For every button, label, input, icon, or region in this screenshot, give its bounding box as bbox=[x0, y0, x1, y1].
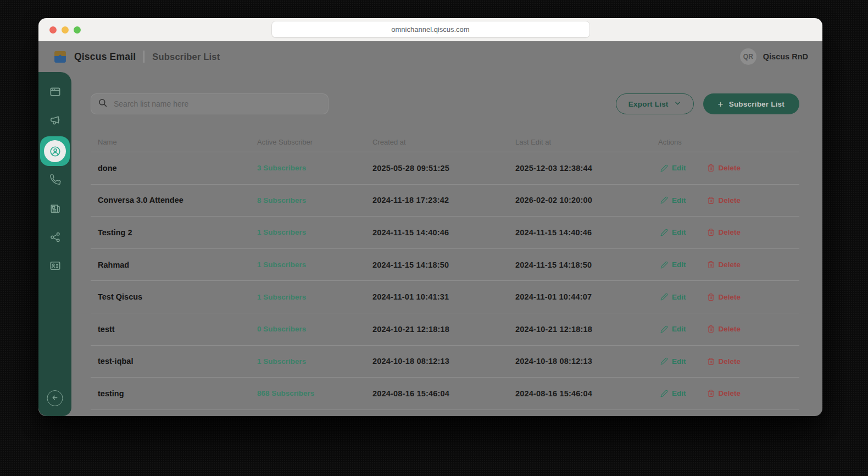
table-row: Testing 2 1 Subscribers 2024-11-15 14:40… bbox=[91, 217, 799, 249]
delete-button[interactable]: Delete bbox=[707, 261, 741, 269]
edit-button[interactable]: Edit bbox=[660, 228, 686, 236]
sidebar-item-dashboard[interactable] bbox=[40, 79, 70, 107]
trash-icon bbox=[707, 261, 715, 269]
edit-label: Edit bbox=[672, 357, 686, 366]
window-icon bbox=[49, 86, 62, 101]
pencil-icon bbox=[660, 325, 668, 333]
sidebar-collapse-button[interactable] bbox=[47, 390, 63, 406]
last-edit-at: 2024-11-15 14:40:46 bbox=[508, 228, 651, 237]
subscriber-count-link[interactable]: 0 Subscribers bbox=[250, 325, 365, 333]
row-actions: Edit Delete bbox=[651, 261, 799, 269]
edit-button[interactable]: Edit bbox=[660, 196, 686, 204]
edit-label: Edit bbox=[672, 228, 686, 236]
subscriber-count-link[interactable]: 868 Subscribers bbox=[250, 389, 365, 397]
minimize-window-button[interactable] bbox=[62, 26, 69, 34]
delete-button[interactable]: Delete bbox=[707, 196, 741, 204]
trash-icon bbox=[707, 164, 715, 172]
chevron-down-icon bbox=[674, 99, 681, 108]
sidebar-item-call[interactable] bbox=[40, 167, 70, 195]
table-row: Conversa 3.0 Attendee 8 Subscribers 2024… bbox=[91, 185, 799, 217]
sidebar-item-subscribers[interactable] bbox=[40, 136, 70, 166]
brand: Qiscus Email bbox=[53, 51, 136, 63]
edit-button[interactable]: Edit bbox=[660, 261, 686, 269]
row-actions: Edit Delete bbox=[651, 164, 799, 172]
traffic-lights bbox=[49, 26, 81, 34]
subscriber-count-link[interactable]: 1 Subscribers bbox=[250, 261, 365, 269]
search-icon bbox=[98, 98, 108, 110]
user-menu[interactable]: QR Qiscus RnD bbox=[740, 48, 808, 65]
list-name: Conversa 3.0 Attendee bbox=[91, 196, 250, 204]
column-header-active-subscriber: Active Subscriber bbox=[250, 138, 365, 146]
delete-button[interactable]: Delete bbox=[707, 228, 741, 236]
export-list-label: Export List bbox=[628, 100, 669, 108]
sidebar-item-integrations[interactable] bbox=[40, 224, 70, 252]
list-name: testt bbox=[91, 325, 250, 334]
edit-button[interactable]: Edit bbox=[660, 164, 686, 172]
search-box[interactable] bbox=[91, 93, 329, 114]
delete-button[interactable]: Delete bbox=[707, 389, 741, 397]
delete-label: Delete bbox=[719, 196, 741, 204]
subscriber-count-link[interactable]: 1 Subscribers bbox=[250, 228, 365, 236]
list-name: testing bbox=[91, 389, 250, 398]
trash-icon bbox=[707, 293, 715, 301]
phone-icon bbox=[49, 174, 61, 188]
delete-button[interactable]: Delete bbox=[707, 325, 741, 333]
subscriber-count-link[interactable]: 1 Subscribers bbox=[250, 293, 365, 301]
list-name: Rahmad bbox=[91, 261, 250, 269]
page-title: Subscriber List bbox=[152, 52, 220, 62]
delete-label: Delete bbox=[719, 228, 741, 236]
subscriber-count-link[interactable]: 1 Subscribers bbox=[250, 357, 365, 366]
address-bar[interactable]: omnichannel.qiscus.com bbox=[272, 21, 589, 37]
column-header-created-at: Created at bbox=[365, 138, 508, 146]
sidebar-item-contacts[interactable] bbox=[40, 252, 70, 281]
last-edit-at: 2024-11-15 14:18:50 bbox=[508, 261, 651, 269]
sidebar-item-news[interactable] bbox=[40, 195, 70, 224]
list-name: done bbox=[91, 164, 250, 173]
trash-icon bbox=[707, 357, 715, 366]
user-name: Qiscus RnD bbox=[763, 52, 808, 61]
toolbar: Export List + Subscriber List bbox=[91, 93, 799, 114]
arrow-left-circle-icon bbox=[52, 394, 59, 403]
edit-label: Edit bbox=[672, 389, 686, 397]
table-body: done 3 Subscribers 2025-05-28 09:51:25 2… bbox=[91, 152, 799, 410]
sidebar-item-broadcast[interactable] bbox=[40, 107, 70, 136]
megaphone-icon bbox=[49, 114, 62, 129]
delete-label: Delete bbox=[719, 164, 741, 172]
row-actions: Edit Delete bbox=[651, 293, 799, 301]
created-at: 2024-11-15 14:40:46 bbox=[365, 228, 508, 237]
edit-button[interactable]: Edit bbox=[660, 325, 686, 333]
app-root: Qiscus Email Subscriber List QR Qiscus R… bbox=[38, 41, 822, 416]
search-input[interactable] bbox=[113, 99, 321, 109]
subscriber-list-page: Export List + Subscriber List bbox=[71, 93, 822, 410]
title-divider bbox=[143, 51, 144, 63]
close-window-button[interactable] bbox=[49, 26, 57, 34]
add-subscriber-list-button[interactable]: + Subscriber List bbox=[703, 93, 799, 114]
delete-button[interactable]: Delete bbox=[707, 357, 741, 366]
subscriber-count-link[interactable]: 8 Subscribers bbox=[250, 196, 365, 204]
edit-button[interactable]: Edit bbox=[660, 389, 686, 397]
row-actions: Edit Delete bbox=[651, 228, 799, 236]
row-actions: Edit Delete bbox=[651, 196, 799, 204]
browser-window: omnichannel.qiscus.com Qiscus Email Subs… bbox=[38, 18, 822, 416]
table-row: testing 868 Subscribers 2024-08-16 15:46… bbox=[91, 378, 799, 410]
export-list-button[interactable]: Export List bbox=[616, 93, 694, 114]
edit-label: Edit bbox=[672, 196, 686, 204]
delete-label: Delete bbox=[719, 325, 741, 333]
trash-icon bbox=[707, 228, 715, 236]
table-row: Test Qiscus 1 Subscribers 2024-11-01 10:… bbox=[91, 281, 799, 313]
edit-label: Edit bbox=[672, 325, 686, 333]
delete-label: Delete bbox=[719, 293, 741, 301]
avatar: QR bbox=[740, 48, 756, 65]
created-at: 2025-05-28 09:51:25 bbox=[365, 164, 508, 173]
last-edit-at: 2024-10-18 08:12:13 bbox=[508, 357, 651, 366]
add-subscriber-list-label: Subscriber List bbox=[729, 100, 784, 108]
created-at: 2024-10-18 08:12:13 bbox=[365, 357, 508, 366]
last-edit-at: 2024-11-01 10:44:07 bbox=[508, 292, 651, 301]
zoom-window-button[interactable] bbox=[74, 26, 81, 34]
delete-button[interactable]: Delete bbox=[707, 293, 741, 301]
delete-button[interactable]: Delete bbox=[707, 164, 741, 172]
subscriber-count-link[interactable]: 3 Subscribers bbox=[250, 164, 365, 172]
edit-button[interactable]: Edit bbox=[660, 357, 686, 366]
edit-label: Edit bbox=[672, 293, 686, 301]
edit-button[interactable]: Edit bbox=[660, 293, 686, 301]
